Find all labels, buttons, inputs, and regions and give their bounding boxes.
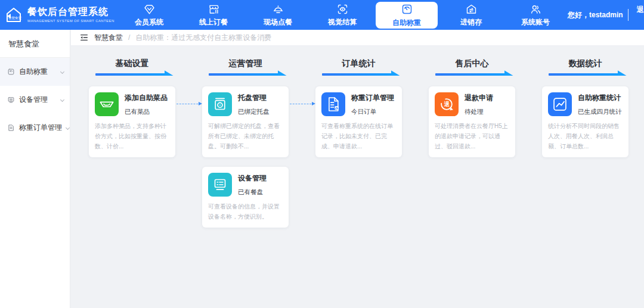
- column-title: 数据统计: [549, 58, 623, 69]
- nav-item-dine-in[interactable]: 现场点餐: [246, 0, 310, 30]
- card-device-management[interactable]: 设备管理 已有餐盘 可查看设备的信息，并设置设备名称，方便识别。: [202, 167, 289, 228]
- flow-arrow-2: [290, 104, 314, 104]
- column-title: 运营管理: [209, 58, 283, 69]
- card-weighing-order-management[interactable]: 称重订单管理 今日订单 可查看称重系统的在线订单记录，比如未支付、已完成、申请退…: [315, 86, 402, 157]
- card-subtitle: 今日订单: [351, 108, 394, 116]
- trend-chart-icon: [548, 92, 572, 116]
- order-doc-icon: [321, 92, 345, 116]
- sidebar-item-weighing-orders[interactable]: 称重订单管理: [0, 114, 70, 142]
- brand: 智慧食堂 餐饮后台管理系统 MANAGEMENT SYSTEM OF SMART…: [0, 0, 117, 30]
- card-tray-management[interactable]: 托盘管理 已绑定托盘 可解绑已绑定的托盘，查看所有已绑定、未绑定的托盘。可删除不…: [202, 86, 289, 157]
- card-subtitle: 已生成四月统计: [578, 108, 622, 116]
- chevron-down-icon: [60, 70, 64, 74]
- dish-icon: [95, 92, 119, 116]
- top-nav: 会员系统 线上订餐 现场点餐: [117, 0, 568, 30]
- divider: [628, 9, 628, 21]
- tray-scale-icon: [208, 92, 232, 116]
- card-title: 称重订单管理: [351, 93, 394, 103]
- breadcrumb-separator: /: [128, 33, 130, 42]
- card-description: 可查看称重系统的在线订单记录，比如未支付、已完成、申请退款...: [321, 121, 396, 151]
- column-title: 售后中心: [435, 58, 509, 69]
- nav-item-inventory[interactable]: 进销存: [439, 0, 503, 30]
- refund-icon: 退: [435, 92, 459, 116]
- column-arrow-underline: [95, 73, 169, 76]
- breadcrumb-current: 自助称重：通过无感支付自主称重设备消费: [135, 33, 271, 43]
- card-self-weighing-statistics[interactable]: 自助称重统计 已生成四月统计 统计分析不同时间段的销售人次、用餐人次、利润总额、…: [542, 86, 628, 157]
- nav-label: 进销存: [460, 17, 482, 27]
- nav-label: 线上订餐: [199, 17, 228, 27]
- nav-item-system-accounts[interactable]: 系统账号: [503, 0, 568, 30]
- card-description: 统计分析不同时间段的销售人次、用餐人次、利润总额、订单总数...: [548, 121, 623, 151]
- nav-item-self-weighing[interactable]: 自助称重: [376, 2, 438, 29]
- card-title: 设备管理: [238, 173, 267, 183]
- top-bar: 智慧食堂 餐饮后台管理系统 MANAGEMENT SYSTEM OF SMART…: [0, 0, 644, 30]
- card-refund-request[interactable]: 退 退款申请 待处理 可处理消费者在云餐厅H5上的退款申请记录，可以通过、驳回退…: [429, 86, 515, 157]
- column-title: 订单统计: [322, 58, 396, 69]
- user-area: 您好，testadmin 退出登录: [568, 0, 644, 30]
- column-order-statistics: 订单统计 称重订单管理: [315, 58, 402, 237]
- sidebar-item-device-management[interactable]: 设备管理: [0, 86, 70, 114]
- column-after-sales: 售后中心 退 退款申请 待处理: [429, 58, 515, 237]
- column-title: 基础设置: [95, 58, 169, 69]
- breadcrumb: 智慧食堂 / 自助称重：通过无感支付自主称重设备消费: [71, 30, 644, 46]
- nav-label: 视觉结算: [328, 17, 357, 27]
- device-icon: [7, 96, 15, 104]
- sidebar-item-label: 称重订单管理: [19, 123, 62, 133]
- column-arrow-underline: [435, 73, 509, 76]
- card-description: 可解绑已绑定的托盘，查看所有已绑定、未绑定的托盘。可删除不...: [208, 121, 283, 151]
- nav-label: 系统账号: [521, 17, 550, 27]
- device-icon: [208, 173, 232, 197]
- card-subtitle: 已有餐盘: [238, 188, 267, 197]
- scan-eye-icon: [336, 2, 349, 15]
- card-description: 可处理消费者在云餐厅H5上的退款申请记录，可以通过、驳回退款...: [435, 121, 509, 151]
- users-icon: [529, 2, 542, 15]
- card-title: 托盘管理: [238, 93, 270, 103]
- nav-item-membership[interactable]: 会员系统: [117, 0, 181, 30]
- chevron-down-icon: [66, 126, 70, 130]
- storefront-icon: [207, 2, 220, 15]
- card-title: 退款申请: [465, 93, 493, 103]
- card-subtitle: 已绑定托盘: [238, 108, 270, 116]
- card-description: 可查看设备的信息，并设置设备名称，方便识别。: [208, 201, 283, 222]
- breadcrumb-root[interactable]: 智慧食堂: [94, 33, 123, 43]
- sidebar-item-label: 自助称重: [19, 67, 48, 77]
- column-arrow-underline: [322, 73, 396, 76]
- sidebar-item-self-weighing[interactable]: 自助称重: [0, 58, 70, 86]
- flow-arrow-1: [177, 104, 201, 104]
- chevron-down-icon: [60, 98, 64, 102]
- card-subtitle: 待处理: [465, 108, 493, 116]
- svg-text:退: 退: [444, 101, 450, 107]
- scale-icon: [7, 68, 15, 76]
- warehouse-icon: [465, 2, 478, 15]
- nav-label: 现场点餐: [264, 17, 292, 27]
- workflow-board: 基础设置 添加自助菜品 已有菜品 添加多种菜品，支持多: [71, 46, 644, 308]
- card-subtitle: 已有菜品: [125, 108, 168, 116]
- card-description: 添加多种菜品，支持多种计价方式，比如按重量、按份数、计价...: [95, 121, 169, 151]
- gem-icon: [143, 2, 156, 15]
- cloche-icon: [271, 2, 284, 15]
- card-add-self-service-dish[interactable]: 添加自助菜品 已有菜品 添加多种菜品，支持多种计价方式，比如按重量、按份数、计价…: [89, 86, 175, 157]
- canteen-logo-icon: 智慧食堂: [4, 5, 24, 25]
- app-title: 餐饮后台管理系统: [27, 7, 114, 17]
- column-basic-settings: 基础设置 添加自助菜品 已有菜品 添加多种菜品，支持多: [89, 58, 175, 237]
- nav-label: 会员系统: [135, 17, 163, 27]
- sidebar-item-label: 设备管理: [19, 95, 48, 105]
- sidebar-title: 智慧食堂: [0, 30, 70, 57]
- nav-item-vision-checkout[interactable]: 视觉结算: [310, 0, 374, 30]
- order-doc-icon: [7, 124, 15, 132]
- card-title: 自助称重统计: [578, 93, 622, 103]
- sidebar: 智慧食堂 自助称重 设备管理 称重订单管理: [0, 30, 70, 308]
- column-arrow-underline: [209, 73, 283, 76]
- svg-text:智慧食堂: 智慧食堂: [8, 16, 22, 20]
- column-data-statistics: 数据统计 自助称重统计 已生成四月统计 统计分析不同时: [542, 58, 628, 237]
- nav-label: 自助称重: [392, 18, 421, 28]
- user-greeting: 您好，testadmin: [568, 10, 623, 20]
- scale-icon: [400, 3, 413, 16]
- app-subtitle: MANAGEMENT SYSTEM OF SMART CANTEEN: [27, 19, 114, 23]
- collapse-sidebar-icon[interactable]: [79, 33, 89, 42]
- nav-item-online-order[interactable]: 线上订餐: [181, 0, 246, 30]
- column-arrow-underline: [549, 73, 623, 76]
- card-title: 添加自助菜品: [125, 93, 168, 103]
- logout-button[interactable]: 退出登录: [633, 5, 644, 26]
- column-operations: 运营管理 托盘管理 已绑定托盘: [202, 58, 289, 237]
